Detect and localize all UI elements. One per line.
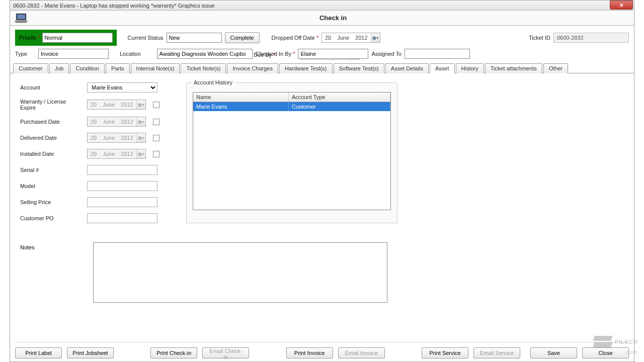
tabs: CustomerJobConditionPartsInternal Note(s… (10, 63, 634, 73)
checked-in-by-label: Checked In By * (256, 51, 295, 57)
status-select[interactable]: New (167, 33, 222, 43)
svg-rect-1 (17, 15, 25, 19)
print-invoice-button[interactable]: Print Invoice (286, 347, 333, 358)
print-checkin-button[interactable]: Print Check-in (150, 347, 197, 358)
tab-other[interactable]: Other (543, 63, 569, 73)
checked-in-by-select[interactable]: Elaine (298, 49, 368, 59)
customer-po-input[interactable] (87, 213, 157, 223)
email-checkin-button[interactable]: Email Check-in (202, 347, 249, 358)
complete-button[interactable]: Complete (225, 32, 260, 43)
assigned-to-select[interactable] (405, 49, 470, 59)
header-bar: Check in (10, 11, 634, 26)
priority-box: Priority * Normal (15, 30, 117, 46)
status-label: Current Status (128, 35, 164, 41)
model-label: Model (20, 183, 83, 189)
account-history-group: Account History Name Account Type Marie … (186, 82, 397, 223)
assigned-to-label: Assigned To (371, 51, 401, 57)
tab-condition[interactable]: Condition (70, 63, 104, 73)
grid-header-type: Account Type (289, 93, 390, 102)
grid-cell-type: Customer (289, 102, 390, 111)
installed-date[interactable]: 20June2012▦▾ (87, 149, 146, 159)
notes-textarea[interactable] (93, 242, 387, 303)
tab-invoice-charges[interactable]: Invoice Charges (227, 63, 278, 73)
calendar-icon[interactable]: ▦▾ (136, 133, 145, 142)
purchased-label: Purchased Date (20, 119, 83, 125)
type-label: Type (15, 51, 35, 57)
ticket-id-input[interactable] (553, 33, 629, 43)
serial-label: Serial # (20, 167, 83, 173)
tab-history[interactable]: History (456, 63, 484, 73)
model-input[interactable] (87, 181, 157, 191)
dropped-off-date[interactable]: 20June2012▦▾ (321, 33, 380, 43)
selling-price-label: Selling Price (20, 199, 83, 205)
grid-header: Name Account Type (193, 93, 390, 102)
location-label: Location (120, 51, 141, 57)
tab-ticket-note-s-[interactable]: Ticket Note(s) (181, 63, 226, 73)
tab-job[interactable]: Job (49, 63, 69, 73)
tab-ticket-attachments[interactable]: Ticket attachments (485, 63, 542, 73)
tab-asset-details[interactable]: Asset Details (385, 63, 429, 73)
location-select[interactable]: Awaiting Diagnosis Wooden Cupbo (157, 49, 253, 59)
print-jobsheet-button[interactable]: Print Jobsheet (67, 347, 114, 358)
calendar-icon[interactable]: ▦▾ (371, 33, 380, 42)
calendar-icon[interactable]: ▦▾ (136, 100, 145, 109)
account-history-title: Account History (192, 79, 234, 85)
print-label-button[interactable]: Print Label (15, 347, 62, 358)
account-select[interactable]: Marie Evans (87, 82, 157, 93)
watermark: FILECR .com (594, 334, 638, 349)
serial-input[interactable] (87, 165, 157, 175)
purchased-date[interactable]: 20June2012▦▾ (87, 117, 146, 127)
warranty-label: Warranty / License Expire (20, 99, 83, 111)
grid-row[interactable]: Marie Evans Customer (193, 102, 390, 111)
priority-label: Priority * (19, 35, 40, 41)
asset-tab-body: AccountMarie Evans Warranty / License Ex… (10, 73, 634, 238)
window-close-button[interactable]: ✕ (610, 1, 633, 10)
email-service-button[interactable]: Email Service (473, 347, 520, 358)
notes-row: Notes (20, 242, 624, 303)
warranty-date[interactable]: 20June2012▦▾ (87, 100, 146, 110)
print-service-button[interactable]: Print Service (422, 347, 468, 358)
tab-hardware-test-s-[interactable]: Hardware Test(s) (279, 63, 333, 73)
close-button[interactable]: Close (582, 347, 629, 358)
top-form: Priority * Normal Current Status New Com… (10, 26, 634, 61)
selling-price-input[interactable] (87, 197, 157, 207)
priority-select[interactable]: Normal (42, 33, 113, 43)
window-title: 0600-2832 - Marie Evans - Laptop has sto… (13, 3, 215, 9)
customer-po-label: Customer PO (20, 215, 83, 221)
tab-asset[interactable]: Asset (430, 63, 455, 73)
grid-header-name: Name (193, 93, 289, 102)
bottom-toolbar: Print Label Print Jobsheet Print Check-i… (15, 342, 629, 358)
email-invoice-button[interactable]: Email Invoice (338, 347, 385, 358)
calendar-icon[interactable]: ▦▾ (136, 149, 145, 158)
app-window: 0600-2832 - Marie Evans - Laptop has sto… (10, 0, 634, 362)
page-title: Check in (32, 14, 634, 22)
account-history-grid[interactable]: Name Account Type Marie Evans Customer (193, 92, 391, 210)
delivered-checkbox[interactable] (153, 135, 159, 141)
account-label: Account (20, 84, 83, 90)
purchased-checkbox[interactable] (153, 119, 159, 125)
type-select[interactable]: Invoice (38, 49, 109, 59)
installed-checkbox[interactable] (153, 151, 159, 157)
tab-software-test-s-[interactable]: Software Test(s) (334, 63, 384, 73)
warranty-checkbox[interactable] (153, 102, 159, 108)
calendar-icon[interactable]: ▦▾ (136, 117, 145, 126)
dropped-off-label: Dropped Off Date * (272, 35, 318, 41)
ticket-id-label: Ticket ID (529, 35, 550, 41)
notes-label: Notes (20, 242, 83, 303)
tab-internal-note-s-[interactable]: Internal Note(s) (131, 63, 180, 73)
delivered-label: Delivered Date (20, 135, 83, 141)
grid-cell-name: Marie Evans (193, 102, 289, 111)
titlebar: 0600-2832 - Marie Evans - Laptop has sto… (10, 1, 634, 11)
installed-label: Installed Date (20, 151, 83, 157)
delivered-date[interactable]: 20June2012▦▾ (87, 133, 146, 143)
save-button[interactable]: Save (530, 347, 577, 358)
tab-parts[interactable]: Parts (106, 63, 130, 73)
tab-customer[interactable]: Customer (13, 63, 48, 73)
laptop-icon (14, 13, 28, 24)
